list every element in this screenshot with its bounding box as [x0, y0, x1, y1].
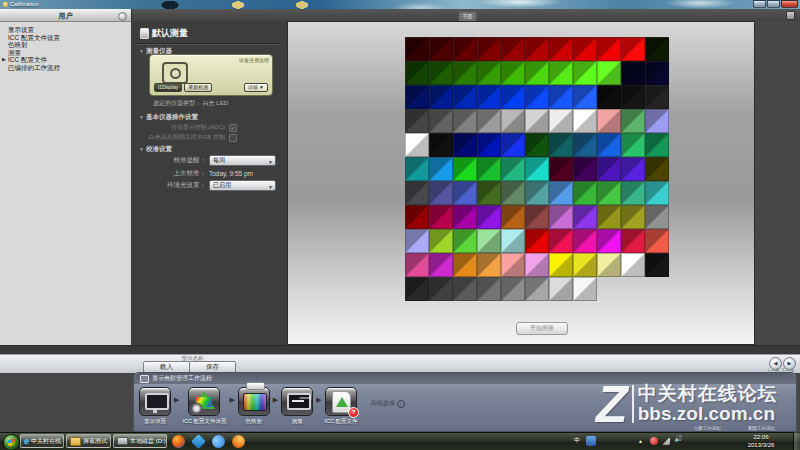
- browser-icon[interactable]: [232, 435, 245, 448]
- taskbar-folder-button[interactable]: 屏幕测试: [66, 434, 111, 448]
- color-patch: [525, 157, 549, 181]
- help-icon[interactable]: [786, 11, 795, 20]
- measure-device-icon: [140, 28, 149, 39]
- color-patch: [549, 277, 573, 301]
- color-patch: [405, 277, 429, 301]
- color-patch: [429, 205, 453, 229]
- clock-time: 22:06: [742, 433, 780, 441]
- delete-workflow-link[interactable]: 删除工作流程: [748, 426, 775, 431]
- start-button[interactable]: [3, 434, 20, 450]
- color-patch: [477, 253, 501, 277]
- section-calibration[interactable]: ▼校准设置: [139, 145, 172, 154]
- redetect-button[interactable]: 重新检测: [184, 83, 212, 92]
- color-patch: [645, 205, 669, 229]
- close-button[interactable]: [781, 0, 798, 8]
- last-calibration-row: 上次校准： Today, 9:55 pm: [134, 169, 253, 178]
- triangle-down-icon: ▼: [139, 146, 144, 152]
- color-patch: [405, 109, 429, 133]
- arrow-right-icon: ▶: [273, 396, 278, 404]
- device-box: 设备连接说明 i1Display 重新检测 详细 ▼: [149, 54, 273, 96]
- color-patch: [573, 37, 597, 61]
- color-patch: [645, 61, 669, 85]
- tray-expand-icon[interactable]: ▲: [638, 438, 643, 444]
- color-patch: [549, 205, 573, 229]
- color-patch: [501, 37, 525, 61]
- lut-table-icon: [238, 387, 270, 416]
- window-controls: [753, 0, 798, 8]
- workflow-step-icc-settings[interactable]: ICC 配置文件设置: [182, 387, 226, 425]
- workflow-options[interactable]: 高级选项 i: [371, 399, 405, 408]
- volume-icon[interactable]: 🔊: [674, 435, 683, 443]
- device-detail-dropdown[interactable]: 详细 ▼: [244, 83, 268, 92]
- color-patch: [597, 181, 621, 205]
- color-patch: [429, 37, 453, 61]
- device-connection-link[interactable]: 设备连接说明: [239, 57, 269, 63]
- ambient-dropdown[interactable]: 已启用▼: [209, 180, 276, 191]
- color-patch: [477, 37, 501, 61]
- color-patch: [453, 109, 477, 133]
- window-titlebar[interactable]: Calibration: [0, 0, 800, 9]
- disk-icon: [117, 437, 128, 445]
- color-patch: [645, 37, 669, 61]
- sidebar: 用户 显示设置 ICC 配置文件设置 色映射 测量 ▶ICC 配置文件 已编排的…: [0, 9, 132, 345]
- reminder-dropdown[interactable]: 每周▼: [209, 155, 276, 166]
- workflow-step-measure[interactable]: 测量: [281, 387, 313, 425]
- section-basic[interactable]: ▼基本仪器操作设置: [139, 113, 198, 122]
- cloud-drive-icon[interactable]: [212, 435, 225, 448]
- ime-indicator[interactable]: 中: [574, 436, 580, 445]
- color-patch: [405, 133, 429, 157]
- workflow-step-display-settings[interactable]: 显示设置: [139, 387, 171, 425]
- color-patch: [405, 85, 429, 109]
- color-patch: [573, 205, 597, 229]
- color-patch: [477, 277, 501, 301]
- divider: [137, 43, 281, 45]
- adc-checkbox[interactable]: ✓: [229, 124, 237, 132]
- color-patch: [525, 181, 549, 205]
- assign-workflow-link[interactable]: 分配工作流程: [694, 426, 721, 431]
- chevron-down-icon: ▼: [268, 183, 273, 192]
- clock-date: 2013/3/26: [742, 441, 780, 449]
- color-patch: [453, 205, 477, 229]
- language-bar-icon[interactable]: [586, 436, 596, 446]
- patch-row: [405, 61, 669, 85]
- color-patch: [549, 181, 573, 205]
- color-patch: [573, 133, 597, 157]
- alert-badge: ?: [348, 407, 359, 418]
- show-desktop-button[interactable]: [793, 432, 800, 450]
- color-patch: [621, 229, 645, 253]
- device-name-button[interactable]: i1Display: [154, 83, 182, 92]
- arrow-right-icon: ▶: [174, 396, 179, 404]
- tray-app-icon[interactable]: [650, 437, 658, 445]
- minimize-button[interactable]: [753, 0, 766, 8]
- color-patch: [549, 61, 573, 85]
- patch-row: [405, 109, 669, 133]
- taskbar-clock[interactable]: 22:06 2013/3/26: [742, 433, 780, 449]
- maximize-button[interactable]: [767, 0, 780, 8]
- sidebar-item-color-mapping[interactable]: 色映射: [8, 41, 128, 49]
- color-patch: [549, 253, 573, 277]
- media-player-icon[interactable]: [172, 435, 185, 448]
- taskbar-disk-button[interactable]: 本地磁盘 (D:): [113, 434, 167, 448]
- ie-icon: e: [24, 436, 29, 446]
- color-patch: [573, 157, 597, 181]
- start-measure-button[interactable]: 开始测量: [516, 322, 568, 335]
- workflow-step-color-mapping[interactable]: 色映射: [238, 387, 270, 425]
- workflow-step-icc-profile[interactable]: ? ICC 配置文件: [325, 387, 358, 425]
- patch-row: [405, 253, 669, 277]
- colorimeter-icon: [162, 62, 188, 84]
- sidebar-toggle-icon[interactable]: [118, 12, 127, 21]
- info-circle-icon: i: [397, 400, 405, 408]
- sidebar-item-scheduled-workflows[interactable]: 已编排的工作流程: [8, 64, 128, 72]
- color-patch: [405, 229, 429, 253]
- color-patch: [621, 85, 645, 109]
- taskbar-ie-button[interactable]: e中关村在线·大...: [20, 434, 64, 448]
- sidebar-item-icc-profiles[interactable]: ▶ICC 配置文件: [8, 56, 128, 64]
- color-patch: [573, 109, 597, 133]
- footer-strip: [0, 354, 800, 373]
- color-patch: [477, 109, 501, 133]
- icc-profile-icon: ?: [325, 387, 357, 416]
- sidebar-item-icc-profile-settings[interactable]: ICC 配置文件设置: [8, 34, 128, 42]
- rgb-checkbox[interactable]: [229, 134, 237, 142]
- sidebar-item-measure[interactable]: 测量: [8, 49, 128, 57]
- sidebar-item-display-settings[interactable]: 显示设置: [8, 26, 128, 34]
